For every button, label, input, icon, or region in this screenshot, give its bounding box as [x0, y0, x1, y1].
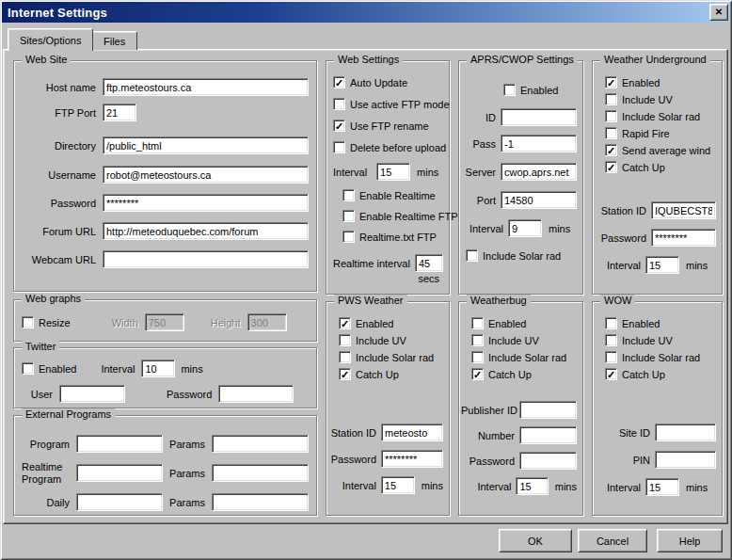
wu-send-average-wind-checkbox[interactable]: ✓	[605, 144, 617, 156]
wb-include-uv-checkbox[interactable]	[471, 334, 484, 346]
directory-input[interactable]	[103, 136, 309, 154]
wow-include-solar-label: Include Solar rad	[622, 352, 700, 363]
wu-station-id-input[interactable]	[651, 201, 716, 219]
pws-catch-up-checkbox[interactable]: ✓	[339, 368, 351, 380]
close-icon: ✕	[715, 8, 723, 17]
active-ftp-mode-checkbox[interactable]	[333, 98, 345, 110]
forum-url-input[interactable]	[103, 222, 309, 240]
group-wow-title: WOW	[600, 295, 635, 306]
twitter-enabled-checkbox[interactable]	[22, 362, 34, 375]
enable-realtime-checkbox[interactable]	[342, 189, 355, 201]
wu-catch-up-checkbox[interactable]: ✓	[605, 161, 617, 173]
wb-interval-label: Interval	[461, 481, 516, 492]
wb-include-solar-checkbox[interactable]	[471, 351, 484, 363]
aprs-interval-input[interactable]	[508, 219, 542, 237]
aprs-enabled-checkbox[interactable]	[503, 84, 516, 96]
web-interval-input[interactable]	[376, 163, 410, 181]
pws-include-solar-checkbox[interactable]	[339, 351, 351, 363]
close-button[interactable]: ✕	[709, 4, 728, 21]
realtime-interval-label: Realtime interval	[333, 258, 410, 269]
aprs-enabled-label: Enabled	[520, 85, 558, 96]
wu-enabled-checkbox[interactable]: ✓	[605, 76, 617, 88]
help-button[interactable]: Help	[657, 529, 723, 552]
pws-include-uv-label: Include UV	[356, 335, 406, 346]
aprs-server-input[interactable]	[501, 163, 577, 181]
ok-button[interactable]: OK	[499, 529, 572, 552]
pws-catch-up-label: Catch Up	[356, 369, 399, 380]
delete-before-upload-checkbox[interactable]	[333, 141, 345, 153]
wu-password-input[interactable]	[651, 229, 716, 247]
aprs-id-input[interactable]	[501, 108, 577, 126]
wb-password-input[interactable]	[519, 452, 577, 470]
program-params-input[interactable]	[212, 435, 309, 453]
wow-catch-up-checkbox[interactable]: ✓	[605, 368, 617, 380]
wow-interval-input[interactable]	[645, 478, 679, 496]
enable-realtime-ftp-label: Enable Realtime FTP	[359, 211, 458, 222]
webcam-url-label: Webcam URL	[22, 254, 103, 265]
wow-site-id-input[interactable]	[655, 424, 716, 441]
tab-files-label: Files	[103, 36, 125, 47]
internet-settings-dialog: Internet Settings ✕ Sites/Options Files …	[0, 0, 732, 560]
realtime-interval-input[interactable]	[415, 254, 443, 272]
wb-enabled-checkbox[interactable]	[471, 317, 484, 329]
wb-publisher-id-input[interactable]	[519, 401, 577, 419]
aprs-include-solar-checkbox[interactable]	[466, 249, 478, 262]
web-interval-unit: mins	[417, 167, 438, 178]
twitter-password-input[interactable]	[218, 385, 294, 403]
wow-include-solar-checkbox[interactable]	[605, 351, 617, 363]
username-label: Username	[22, 169, 103, 181]
webcam-url-input[interactable]	[103, 250, 309, 268]
password-input[interactable]	[103, 194, 309, 212]
twitter-interval-input[interactable]	[141, 360, 175, 377]
resize-checkbox[interactable]	[22, 316, 34, 328]
realtime-program-input[interactable]	[76, 464, 163, 482]
daily-input[interactable]	[76, 493, 163, 511]
group-pws-weather: PWS Weather ✓ Enabled Include UV Include…	[326, 301, 450, 516]
group-wow: WOW Enabled Include UV Include Solar rad…	[592, 301, 723, 516]
wu-enabled-label: Enabled	[622, 77, 660, 88]
ftp-rename-checkbox[interactable]: ✓	[333, 120, 345, 132]
username-input[interactable]	[103, 166, 309, 184]
wb-catch-up-checkbox[interactable]: ✓	[471, 368, 484, 380]
wu-include-solar-checkbox[interactable]	[605, 110, 617, 122]
wb-interval-input[interactable]	[516, 477, 548, 495]
cancel-button[interactable]: Cancel	[578, 529, 647, 552]
wu-interval-input[interactable]	[645, 256, 679, 274]
realtime-params-label: Params	[163, 468, 212, 479]
graph-width-label: Width	[112, 317, 138, 328]
enable-realtime-ftp-checkbox[interactable]	[342, 210, 355, 222]
auto-update-checkbox[interactable]: ✓	[333, 76, 345, 88]
active-ftp-mode-label: Use active FTP mode	[350, 99, 450, 110]
titlebar: Internet Settings	[2, 2, 730, 23]
realtime-params-input[interactable]	[212, 464, 309, 482]
wb-catch-up-label: Catch Up	[488, 369, 532, 380]
wu-include-uv-checkbox[interactable]	[605, 93, 617, 105]
wow-pin-input[interactable]	[655, 451, 716, 469]
wow-include-uv-checkbox[interactable]	[605, 334, 617, 346]
ftp-port-input[interactable]	[103, 104, 136, 121]
twitter-enabled-label: Enabled	[39, 363, 76, 375]
pws-enabled-checkbox[interactable]: ✓	[339, 317, 351, 329]
wu-rapid-fire-checkbox[interactable]	[605, 127, 617, 139]
realtime-txt-ftp-checkbox[interactable]	[342, 231, 355, 243]
tab-sites-options[interactable]: Sites/Options	[8, 28, 93, 51]
twitter-user-label: User	[22, 389, 59, 400]
daily-params-input[interactable]	[212, 493, 309, 511]
group-web-graphs-title: Web graphs	[22, 293, 85, 304]
tab-files[interactable]: Files	[91, 31, 137, 50]
pws-password-input[interactable]	[381, 450, 443, 468]
host-name-input[interactable]	[103, 78, 309, 96]
wow-enabled-checkbox[interactable]	[605, 317, 617, 329]
pws-interval-input[interactable]	[381, 476, 415, 494]
aprs-pass-input[interactable]	[501, 135, 577, 152]
wb-number-input[interactable]	[519, 426, 577, 444]
twitter-user-input[interactable]	[59, 385, 125, 403]
pws-include-uv-checkbox[interactable]	[339, 334, 351, 346]
pws-station-id-input[interactable]	[381, 424, 443, 441]
wb-include-uv-label: Include UV	[488, 335, 539, 346]
wu-include-uv-label: Include UV	[622, 94, 673, 105]
group-twitter: Twitter Enabled Interval mins User Passw…	[13, 347, 317, 408]
wow-include-uv-label: Include UV	[622, 335, 673, 346]
aprs-port-input[interactable]	[501, 191, 577, 209]
program-input[interactable]	[76, 435, 163, 453]
